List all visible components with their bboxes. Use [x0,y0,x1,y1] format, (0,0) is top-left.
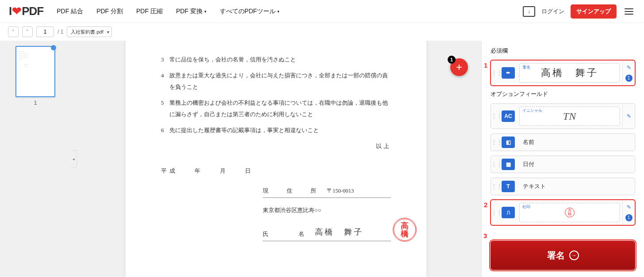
required-heading: 必須欄 [491,47,635,55]
calendar-icon: ▦ [502,159,515,170]
chevron-down-icon: ▾ [204,9,207,14]
signature-icon: ✒ [502,67,515,79]
page-total: / 1 [58,29,63,35]
signup-button[interactable]: サインアップ [571,4,617,19]
arrow-right-icon: → [569,250,579,260]
optional-heading: オプションフィールド [491,90,635,98]
edit-signature-button[interactable]: ✎ [627,65,631,71]
logo[interactable]: I ❤ PDF [9,4,43,18]
sign-button[interactable]: 3 署名 → [491,241,635,270]
nav-compress[interactable]: PDF 圧縮 [136,8,163,15]
nav-all-tools[interactable]: すべてのPDFツール▾ [220,8,280,15]
logo-text-pdf: PDF [22,4,43,18]
drag-handle-icon[interactable]: ⋮⋮ [491,104,502,129]
collapse-sidebar-button[interactable]: ◂ [71,150,77,168]
placed-signature[interactable]: 高橋 舞子 [315,224,364,240]
text-icon: T [502,181,515,192]
login-link[interactable]: ログイン [541,8,564,15]
date-field-card[interactable]: ⋮⋮ ▦ 日付 [491,156,635,173]
signature-count-badge: 1 [625,75,632,82]
signature-preview: 高橋 舞子 [541,66,598,80]
add-signer-fab[interactable]: 1 + [450,58,468,76]
page-down-button[interactable]: ˅ [22,27,33,37]
initials-icon: AC [502,110,515,122]
page-number-input[interactable] [36,27,54,37]
nav-split[interactable]: PDF 分割 [96,8,123,15]
text-field-card[interactable]: ⋮⋮ T テキスト [491,178,635,195]
drag-handle-icon[interactable]: ⋮⋮ [491,134,502,151]
desktop-download-icon[interactable] [523,6,535,17]
nav-convert[interactable]: PDF 変換▾ [176,8,207,15]
document-viewport: ◂ 3常に品位を保ち，会社の名誉，信用を汚さぬこと 4故意または重大な過失により… [71,41,481,277]
stamp-preview: 高橋 [565,208,575,217]
chevron-down-icon: ▾ [277,9,280,14]
fields-panel: 必須欄 1 ⋮⋮ ✒ 署名 高橋 舞子 ✎ 1 オプションフィールド ⋮⋮ AC… [481,41,644,277]
signature-field-card[interactable]: 1 ⋮⋮ ✒ 署名 高橋 舞子 ✎ 1 [491,60,635,86]
doc-ijou: 以上 [161,140,391,152]
person-icon: ◧ [502,137,515,148]
placed-stamp[interactable]: 高橋 [393,218,417,242]
fab-badge: 1 [448,56,456,64]
thumbnail-number: 1 [34,100,37,106]
doc-date-line: 平成 年 月 日 [161,165,391,177]
initials-preview: TN [563,110,576,122]
edit-initials-button[interactable]: ✎ [627,113,631,119]
drag-handle-icon[interactable]: ⋮⋮ [491,200,502,225]
page-toolbar: ˄ ˅ / 1 入社誓約書.pdf [0,23,644,41]
page-up-button[interactable]: ˄ [8,27,19,37]
thumbnail-strip: ――――――――――――――――――――――――――― ――― ――― 1 [0,41,71,277]
pdf-page[interactable]: 3常に品位を保ち，会社の名誉，信用を汚さぬこと 4故意または重大な過失により，会… [126,41,426,277]
drag-handle-icon[interactable]: ⋮⋮ [491,178,502,195]
drag-handle-icon[interactable]: ⋮⋮ [491,156,502,173]
edit-stamp-button[interactable]: ✎ [627,204,631,210]
initials-field-card[interactable]: ⋮⋮ AC イニシャル TN ✎ [491,103,635,129]
top-nav: I ❤ PDF PDF 結合 PDF 分割 PDF 圧縮 PDF 変換▾ すべて… [0,0,644,23]
file-selector[interactable]: 入社誓約書.pdf [67,27,111,37]
heart-icon: ❤ [12,4,21,18]
name-field-card[interactable]: ⋮⋮ ◧ 名前 [491,133,635,151]
stamp-field-card[interactable]: 2 ⋮⋮ ⎍ 社印 高橋 ✎ 1 [491,200,635,225]
menu-icon[interactable] [623,7,635,16]
drag-handle-icon[interactable]: ⋮⋮ [491,61,502,85]
logo-text-i: I [9,4,12,18]
nav-merge[interactable]: PDF 結合 [57,8,83,15]
stamp-icon: ⎍ [502,207,515,218]
stamp-count-badge: 1 [625,214,632,221]
page-thumbnail[interactable]: ――――――――――――――――――――――――――― ――― ――― [15,46,55,97]
